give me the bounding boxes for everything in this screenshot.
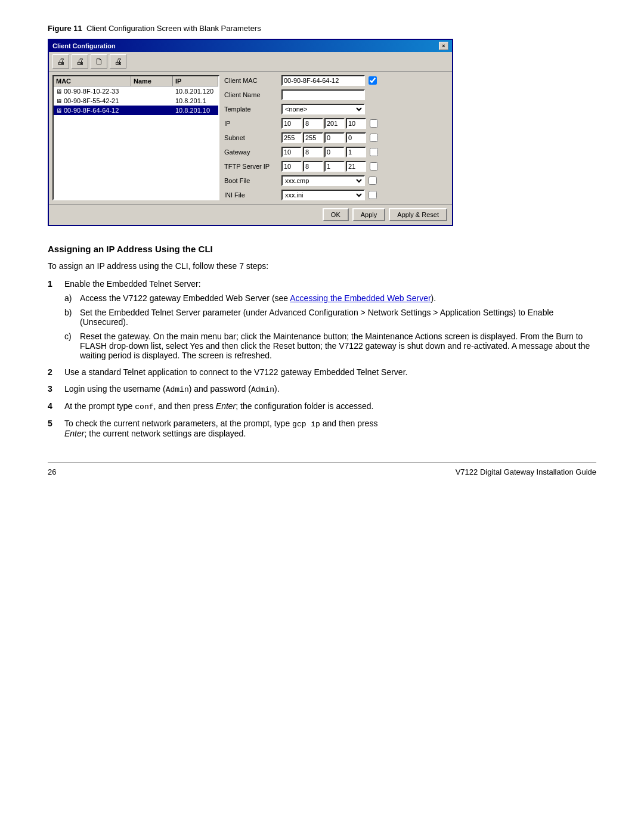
- boot-file-row: Boot File xxx.cmp: [224, 175, 448, 186]
- template-select[interactable]: <none>: [281, 104, 365, 114]
- device-icon: 🖥: [56, 107, 62, 114]
- step-1-content: Enable the Embedded Telnet Server: a) Ac…: [64, 279, 596, 360]
- dialog-toolbar: 🖨 🖨 🗋 🖨: [49, 52, 452, 72]
- dialog-titlebar: Client Configuration ×: [49, 40, 452, 52]
- boot-file-checkbox[interactable]: [369, 176, 377, 185]
- step-2-content: Use a standard Telnet application to con…: [64, 367, 596, 377]
- tftp-octet-1[interactable]: [281, 161, 302, 172]
- sub-step-a-text: Access the V7122 gateway Embedded Web Se…: [80, 293, 436, 303]
- gateway-label: Gateway: [224, 148, 278, 156]
- client-mac-row: Client MAC: [224, 75, 448, 86]
- apply-reset-button[interactable]: Apply & Reset: [389, 208, 447, 221]
- step-4-text: At the prompt type conf, and then press …: [64, 401, 373, 411]
- tftp-row: TFTP Server IP: [224, 161, 448, 172]
- toolbar-btn-4[interactable]: 🖨: [110, 54, 126, 69]
- titlebar-buttons: ×: [439, 42, 448, 50]
- tftp-octet-4[interactable]: [346, 161, 366, 172]
- ip-octet-3[interactable]: [324, 118, 345, 129]
- page-footer: 26 V7122 Digital Gateway Installation Gu…: [48, 462, 596, 476]
- step-number-2: 2: [48, 367, 58, 377]
- toolbar-btn-2[interactable]: 🖨: [72, 54, 88, 69]
- tftp-octet-3[interactable]: [324, 161, 345, 172]
- sub-step-b-text: Set the Embedded Telnet Server parameter…: [80, 308, 596, 327]
- gateway-fields: [281, 147, 366, 157]
- gateway-checkbox[interactable]: [370, 148, 378, 156]
- print-icon-3: 🖨: [114, 57, 122, 66]
- ip-octet-2[interactable]: [303, 118, 323, 129]
- subnet-octet-4[interactable]: [346, 132, 366, 143]
- gateway-octet-4[interactable]: [346, 147, 366, 157]
- client-config-dialog: Client Configuration × 🖨 🖨 🗋 🖨 MAC Name …: [48, 39, 453, 226]
- step-number-1: 1: [48, 279, 58, 360]
- subnet-fields: [281, 132, 366, 143]
- step-2-text: Use a standard Telnet application to con…: [64, 367, 407, 377]
- tftp-octet-2[interactable]: [303, 161, 323, 172]
- ip-octet-4[interactable]: [346, 118, 366, 129]
- sub-label-a: a): [64, 293, 75, 303]
- admin-username: Admin: [166, 385, 189, 394]
- mac-cell: 🖥 00-90-8F-64-64-12: [55, 106, 132, 114]
- subnet-label: Subnet: [224, 134, 278, 141]
- ip-fields: [281, 118, 366, 129]
- steps-list: 1 Enable the Embedded Telnet Server: a) …: [48, 279, 596, 438]
- sub-step-a: a) Access the V7122 gateway Embedded Web…: [64, 293, 596, 303]
- sub-step-c: c) Reset the gateway. On the main menu b…: [64, 332, 596, 360]
- ip-octet-1[interactable]: [281, 118, 302, 129]
- client-mac-input[interactable]: [281, 75, 365, 86]
- name-cell: [132, 100, 174, 101]
- ini-file-select[interactable]: xxx.ini: [281, 190, 365, 200]
- step-5-text: To check the current network parameters,…: [64, 419, 377, 438]
- close-button[interactable]: ×: [439, 42, 448, 50]
- sub-label-c: c): [64, 332, 75, 360]
- mac-cell: 🖥 00-90-8F-10-22-33: [55, 87, 132, 95]
- list-row[interactable]: 🖥 00-90-8F-55-42-21 10.8.201.1: [54, 96, 218, 106]
- client-mac-checkbox[interactable]: [369, 76, 377, 85]
- gateway-octet-3[interactable]: [324, 147, 345, 157]
- embedded-web-server-link[interactable]: Accessing the Embedded Web Server: [290, 293, 431, 303]
- ok-button[interactable]: OK: [323, 208, 349, 221]
- name-cell: [132, 110, 174, 111]
- ini-file-row: INI File xxx.ini: [224, 190, 448, 200]
- print-icon-1: 🖨: [57, 57, 65, 66]
- step-number-3: 3: [48, 384, 58, 394]
- tftp-checkbox[interactable]: [370, 162, 378, 171]
- ini-file-checkbox[interactable]: [369, 191, 377, 199]
- client-name-input[interactable]: [281, 89, 365, 100]
- enter-key-1: Enter: [216, 401, 236, 411]
- boot-file-select[interactable]: xxx.cmp: [281, 175, 365, 186]
- toolbar-btn-3[interactable]: 🗋: [91, 54, 107, 69]
- print-icon-2: 🖨: [76, 57, 84, 66]
- page-number: 26: [48, 467, 56, 476]
- gateway-octet-2[interactable]: [303, 147, 323, 157]
- tftp-fields: [281, 161, 366, 172]
- doc-icon: 🗋: [95, 57, 103, 66]
- step-3-content: Login using the username (Admin) and pas…: [64, 384, 596, 394]
- step-5: 5 To check the current network parameter…: [48, 419, 596, 438]
- template-row: Template <none>: [224, 104, 448, 114]
- subnet-octet-2[interactable]: [303, 132, 323, 143]
- client-list-panel: MAC Name IP 🖥 00-90-8F-10-22-33 10.8.201…: [52, 75, 219, 200]
- gateway-octet-1[interactable]: [281, 147, 302, 157]
- subnet-octet-1[interactable]: [281, 132, 302, 143]
- enter-key-2: Enter: [64, 429, 84, 438]
- toolbar-btn-1[interactable]: 🖨: [52, 54, 69, 69]
- subnet-row: Subnet: [224, 132, 448, 143]
- section-heading: Assigning an IP Address Using the CLI: [48, 244, 596, 254]
- apply-button[interactable]: Apply: [352, 208, 386, 221]
- product-name: V7122 Digital Gateway Installation Guide: [456, 467, 596, 476]
- ip-cell: 10.8.201.1: [174, 97, 217, 105]
- step-4-content: At the prompt type conf, and then press …: [64, 401, 596, 411]
- list-row[interactable]: 🖥 00-90-8F-64-64-12 10.8.201.10: [54, 106, 218, 115]
- ip-checkbox[interactable]: [370, 119, 378, 128]
- subnet-checkbox[interactable]: [370, 134, 378, 142]
- step-2: 2 Use a standard Telnet application to c…: [48, 367, 596, 377]
- figure-caption: Figure 11 Client Configuration Screen wi…: [48, 24, 596, 33]
- mac-value: 00-90-8F-10-22-33: [64, 88, 119, 95]
- subnet-octet-3[interactable]: [324, 132, 345, 143]
- dialog-title: Client Configuration: [52, 42, 116, 49]
- mac-cell: 🖥 00-90-8F-55-42-21: [55, 97, 132, 105]
- header-ip: IP: [173, 76, 218, 86]
- ini-file-label: INI File: [224, 191, 278, 199]
- sub-label-b: b): [64, 308, 75, 327]
- list-row[interactable]: 🖥 00-90-8F-10-22-33 10.8.201.120: [54, 86, 218, 96]
